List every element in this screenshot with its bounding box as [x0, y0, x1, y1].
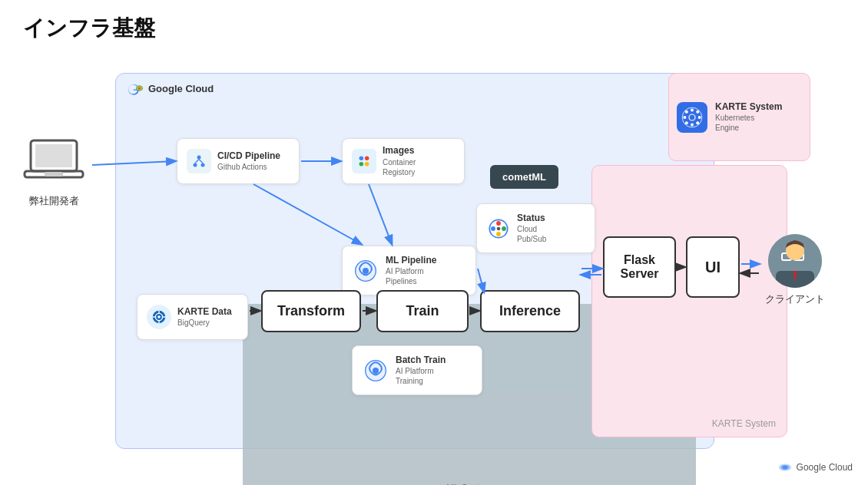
karte-large-box: KARTE System [591, 165, 787, 437]
inference-card: Inference [480, 290, 580, 332]
cicd-pipeline-card: CI/CD Pipeline Github Actions [177, 138, 300, 184]
svg-point-65 [783, 466, 787, 470]
karte-system-info: KARTE System Kubernetes Engine [715, 101, 782, 134]
svg-point-4 [691, 108, 694, 111]
svg-point-29 [502, 226, 506, 231]
karte-data-icon [147, 305, 171, 329]
ml-pipeline-svg-icon [353, 259, 378, 283]
client-label: クライアント [760, 292, 830, 306]
flask-server-card: Flask Server [603, 236, 676, 298]
ml-pipeline-icon [352, 257, 379, 285]
cicd-svg-icon [191, 153, 207, 169]
svg-point-36 [157, 315, 161, 318]
images-icon [352, 149, 376, 173]
svg-rect-16 [45, 172, 63, 177]
laptop-svg-icon [23, 137, 84, 186]
svg-point-42 [373, 368, 379, 374]
karte-data-card: KARTE Data BigQuery [137, 294, 248, 340]
svg-point-23 [365, 157, 369, 161]
svg-point-28 [496, 221, 501, 226]
svg-point-6 [683, 116, 686, 119]
client-avatar-svg [768, 234, 822, 288]
bottom-google-cloud-icon [778, 460, 792, 474]
status-icon [486, 216, 511, 241]
svg-point-11 [696, 110, 699, 113]
svg-point-17 [197, 156, 201, 160]
ml-pipeline-text: ML Pipeline AI PlatformPipelines [386, 255, 436, 287]
svg-point-33 [363, 268, 369, 274]
laptop-icon [23, 134, 84, 188]
ml-pipeline-card: ML Pipeline AI PlatformPipelines [342, 246, 476, 295]
images-text: Images ContainerRegistory [383, 145, 416, 177]
karte-data-svg-icon [151, 308, 167, 325]
svg-point-8 [685, 110, 688, 113]
cicd-text: CI/CD Pipeline Github Actions [217, 150, 280, 173]
status-card: Status Cloud Pub/Sub [476, 203, 595, 253]
cometml-badge: cometML [490, 165, 558, 189]
google-cloud-logo-icon [127, 80, 144, 97]
batch-train-svg-icon [363, 358, 388, 383]
kubernetes-icon [677, 102, 707, 133]
batch-train-text: Batch Train AI Platform Training [396, 355, 446, 387]
google-cloud-label: Google Cloud [127, 80, 214, 97]
svg-point-27 [491, 226, 495, 231]
status-text: Status Cloud Pub/Sub [517, 213, 546, 245]
svg-point-10 [685, 121, 688, 124]
svg-point-25 [365, 162, 369, 167]
train-card: Train [376, 290, 469, 332]
developer-section: 弊社開発者 [15, 134, 92, 208]
bottom-google-cloud-label: Google Cloud [778, 460, 853, 474]
images-card: Images ContainerRegistory [342, 138, 465, 184]
svg-point-24 [359, 162, 364, 167]
images-svg-icon [356, 153, 373, 170]
svg-point-9 [696, 121, 699, 124]
page-title: インフラ基盤 [23, 14, 155, 43]
flask-server-text: Flask Server [621, 253, 659, 281]
svg-point-31 [497, 226, 501, 230]
karte-system-top-box: KARTE System Kubernetes Engine [668, 73, 810, 161]
karte-data-text: KARTE Data BigQuery [177, 306, 232, 328]
client-section: クライアント [760, 234, 830, 306]
svg-point-7 [698, 116, 701, 119]
batch-train-card: Batch Train AI Platform Training [352, 345, 482, 395]
svg-point-19 [201, 163, 205, 167]
svg-rect-14 [35, 144, 72, 167]
svg-point-22 [359, 157, 364, 161]
svg-line-21 [199, 160, 203, 163]
batch-train-icon [362, 357, 389, 384]
ui-card: UI [686, 236, 740, 298]
svg-line-20 [195, 160, 199, 163]
status-svg-icon [488, 218, 509, 239]
transform-card: Transform [261, 290, 361, 332]
svg-point-5 [691, 123, 694, 126]
client-avatar-icon [768, 234, 822, 288]
kubernetes-icon-svg [680, 105, 704, 130]
karte-large-label: KARTE System [712, 418, 776, 429]
cicd-icon [187, 149, 211, 173]
svg-point-30 [496, 232, 501, 236]
svg-point-2 [138, 87, 141, 90]
svg-point-18 [194, 163, 197, 167]
developer-label: 弊社開発者 [15, 194, 92, 208]
